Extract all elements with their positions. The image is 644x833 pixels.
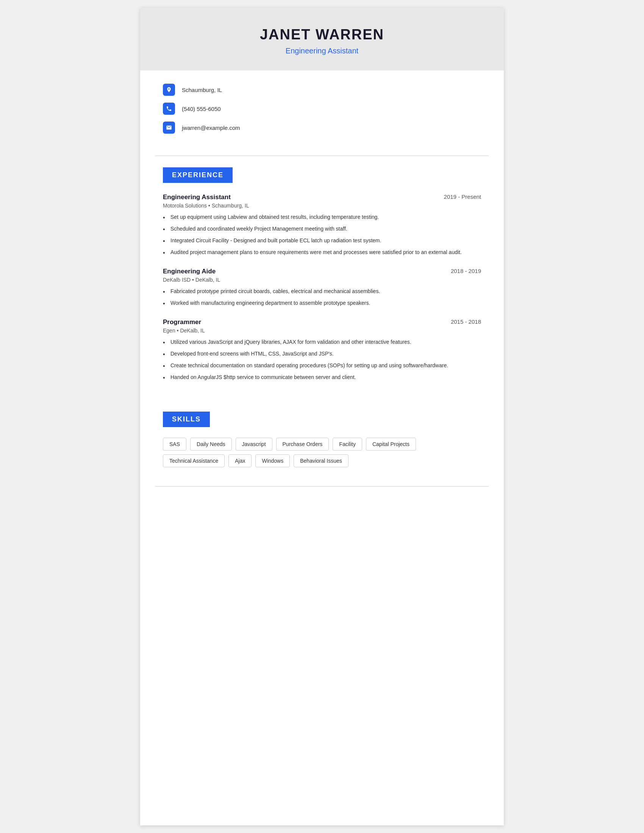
job-company-2: DeKalb ISD • DeKalb, IL: [163, 277, 481, 283]
location-text: Schaumburg, IL: [182, 87, 222, 93]
bullet-3-3: Create technical documentation on standa…: [163, 362, 481, 370]
job-company-1: Motorola Solutions • Schaumburg, IL: [163, 203, 481, 209]
skill-tag-6: Technical Assistance: [163, 454, 225, 467]
skill-tag-3: Purchase Orders: [276, 438, 329, 450]
job-bullets-2: Fabricated prototype printed circuit boa…: [163, 287, 481, 307]
phone-text: (540) 555-6050: [182, 106, 221, 112]
job-dates-3: 2015 - 2018: [451, 318, 481, 325]
company-location-3: DeKalb, IL: [180, 328, 204, 334]
experience-header-2: Engineering Aide 2018 - 2019: [163, 268, 481, 275]
resume-container: JANET WARREN Engineering Assistant Schau…: [140, 8, 504, 825]
bullet-1-2: Scheduled and coordinated weekly Project…: [163, 225, 481, 233]
phone-icon: [163, 103, 175, 115]
company-separator-1: •: [208, 203, 212, 209]
bullet-3-4: Handed on AngularJS $http service to com…: [163, 373, 481, 381]
experience-heading: EXPERIENCE: [163, 167, 233, 183]
skill-tag-5: Capital Projects: [366, 438, 416, 450]
company-name-2: DeKalb ISD: [163, 277, 190, 283]
bullet-3-2: Developed front-end screens with HTML, C…: [163, 350, 481, 358]
bullet-2-1: Fabricated prototype printed circuit boa…: [163, 287, 481, 295]
company-name-1: Motorola Solutions: [163, 203, 207, 209]
email-icon: [163, 122, 175, 133]
experience-entry-3: Programmer 2015 - 2018 Egen • DeKalb, IL…: [163, 318, 481, 381]
skill-tag-2: Javascript: [236, 438, 272, 450]
skill-tag-4: Facility: [333, 438, 362, 450]
job-title-2: Engineering Aide: [163, 268, 216, 275]
job-company-3: Egen • DeKalb, IL: [163, 328, 481, 334]
bullet-1-3: Integrated Circuit Facility - Designed a…: [163, 236, 481, 244]
email-text: jwarren@example.com: [182, 125, 240, 131]
skill-tag-9: Behavioral Issues: [294, 454, 349, 467]
phone-svg-icon: [166, 106, 172, 112]
experience-section: EXPERIENCE Engineering Assistant 2019 - …: [140, 156, 504, 400]
skill-tag-8: Windows: [255, 454, 290, 467]
skill-tag-0: SAS: [163, 438, 187, 450]
bullet-2-2: Worked with manufacturing engineering de…: [163, 299, 481, 307]
job-bullets-3: Utilized various JavaScript and jQuery l…: [163, 338, 481, 381]
experience-header-1: Engineering Assistant 2019 - Present: [163, 193, 481, 201]
skills-tags-container: SASDaily NeedsJavascriptPurchase OrdersF…: [163, 438, 481, 467]
candidate-title: Engineering Assistant: [155, 47, 489, 55]
job-bullets-1: Set up equipment using Labview and obtai…: [163, 213, 481, 256]
skills-section: SKILLS SASDaily NeedsJavascriptPurchase …: [140, 400, 504, 479]
skill-tag-1: Daily Needs: [190, 438, 232, 450]
company-name-3: Egen: [163, 328, 175, 334]
company-separator-2: •: [192, 277, 195, 283]
job-title-3: Programmer: [163, 318, 201, 326]
skill-tag-7: Ajax: [229, 454, 251, 467]
bullet-3-1: Utilized various JavaScript and jQuery l…: [163, 338, 481, 346]
location-icon: [163, 84, 175, 96]
bullet-1-1: Set up equipment using Labview and obtai…: [163, 213, 481, 221]
header-section: JANET WARREN Engineering Assistant: [140, 8, 504, 71]
email-item: jwarren@example.com: [163, 122, 481, 133]
job-dates-2: 2018 - 2019: [451, 268, 481, 274]
experience-header-3: Programmer 2015 - 2018: [163, 318, 481, 326]
company-location-1: Schaumburg, IL: [212, 203, 249, 209]
location-item: Schaumburg, IL: [163, 84, 481, 96]
bullet-1-4: Audited project management plans to ensu…: [163, 248, 481, 256]
bottom-divider: [155, 486, 489, 487]
contact-section: Schaumburg, IL (540) 555-6050 jwarren@ex…: [140, 71, 504, 152]
job-dates-1: 2019 - Present: [444, 193, 481, 200]
map-pin-icon: [166, 87, 172, 93]
job-title-1: Engineering Assistant: [163, 193, 231, 201]
company-location-2: DeKalb, IL: [195, 277, 220, 283]
phone-item: (540) 555-6050: [163, 103, 481, 115]
envelope-icon: [166, 125, 172, 130]
skills-heading: SKILLS: [163, 412, 210, 427]
candidate-name: JANET WARREN: [155, 26, 489, 43]
experience-entry-1: Engineering Assistant 2019 - Present Mot…: [163, 193, 481, 256]
experience-entry-2: Engineering Aide 2018 - 2019 DeKalb ISD …: [163, 268, 481, 307]
